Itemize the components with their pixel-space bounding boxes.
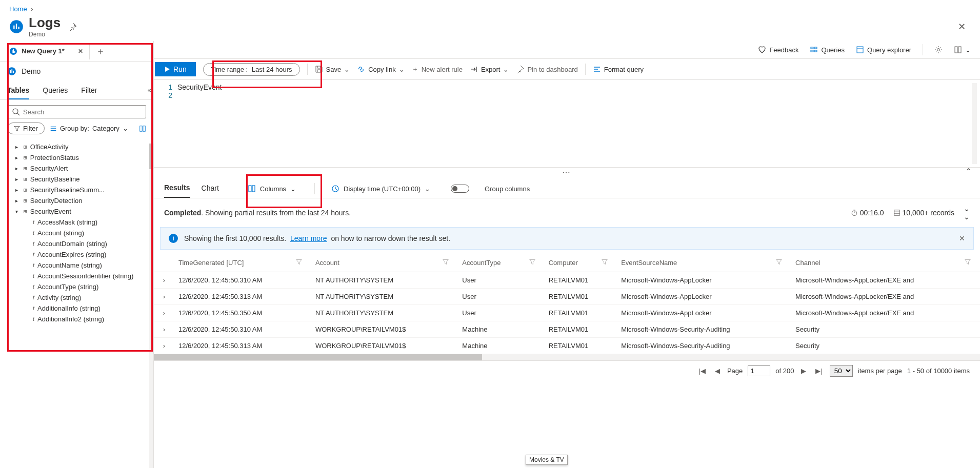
expand-row-button[interactable]: › [154,305,174,321]
group-columns-toggle[interactable] [451,185,469,193]
tab-filter[interactable]: Filter [81,81,97,99]
table-row[interactable]: › 12/6/2020, 12:45:50.310 AM NT AUTHORIT… [154,272,980,289]
tree-field-item[interactable]: tAccountExpires (string) [3,249,153,260]
display-time-button[interactable]: Display time (UTC+00:00) ⌄ [331,185,430,193]
column-header[interactable]: Computer [545,254,617,272]
results-grid: TimeGenerated [UTC]AccountAccountTypeCom… [154,254,980,468]
tree-field-item[interactable]: tAccessMask (string) [3,217,153,228]
tree-table-item[interactable]: ▸⊞SecurityDetection [3,195,153,206]
expand-row-button[interactable]: › [154,338,174,354]
prev-page-button[interactable]: ◀ [713,367,722,375]
chevron-down-icon: ⌄ [965,46,971,54]
splitter-handle[interactable]: ⋯ [562,168,572,177]
filter-icon[interactable] [602,259,608,265]
expand-row-button[interactable]: › [154,289,174,305]
expand-row-button[interactable]: › [154,321,174,338]
scope-label: Demo [22,67,41,75]
expand-row-button[interactable]: › [154,272,174,289]
tree-field-item[interactable]: tAdditionalInfo (string) [3,303,153,314]
copy-link-button[interactable]: Copy link ⌄ [357,65,404,73]
tree-field-item[interactable]: tAdditionalInfo2 (string) [3,314,153,324]
tree-table-item[interactable]: ▸⊞ProtectionStatus [3,152,153,163]
learn-more-link[interactable]: Learn more [290,234,327,242]
table-row[interactable]: › 12/6/2020, 12:45:50.313 AM WORKGROUP\R… [154,338,980,354]
column-header[interactable]: TimeGenerated [UTC] [174,254,311,272]
column-header[interactable]: EventSourceName [617,254,791,272]
pin-dashboard-button[interactable]: Pin to dashboard [516,65,577,73]
items-per-page-select[interactable]: 50 [830,365,853,377]
tree-field-item[interactable]: tAccount (string) [3,228,153,238]
close-tab-button[interactable]: ✕ [78,48,83,55]
editor-code[interactable]: SecurityEvent [177,83,972,164]
group-by-selector[interactable]: Group by: Category ⌄ [50,125,128,132]
search-input[interactable] [23,108,142,116]
table-row[interactable]: › 12/6/2020, 12:45:50.350 AM NT AUTHORIT… [154,305,980,321]
new-tab-button[interactable]: ＋ [90,45,111,57]
expand-results-button[interactable]: ⌄⌄ [964,205,970,221]
svg-point-12 [13,109,18,114]
columns-button[interactable]: Columns ⌄ [241,181,303,196]
collapse-sidebar-button[interactable]: « [148,86,151,94]
scope-selector[interactable]: Demo [0,62,153,81]
horizontal-scrollbar[interactable] [154,354,980,360]
svg-rect-37 [894,210,899,216]
tree-field-item[interactable]: tAccountName (string) [3,260,153,271]
run-button[interactable]: Run [155,62,196,76]
tree-field-item[interactable]: tActivity (string) [3,292,153,303]
column-header[interactable]: AccountType [458,254,544,272]
filter-icon[interactable] [529,259,535,265]
new-alert-button[interactable]: ＋ New alert rule [412,65,463,74]
tree-table-item[interactable]: ▸⊞SecurityBaseline [3,174,153,185]
column-header[interactable]: Account [311,254,458,272]
tab-tables[interactable]: Tables [7,81,29,99]
editor-minimap[interactable] [972,83,977,164]
search-box[interactable] [7,105,146,118]
query-editor[interactable]: 12 SecurityEvent [154,80,980,167]
tree-table-item[interactable]: ▾⊞SecurityEvent [3,206,153,217]
page-input[interactable] [748,365,770,376]
breadcrumb-home[interactable]: Home [9,5,27,13]
filter-button[interactable]: Filter [7,123,45,134]
tree-table-item[interactable]: ▸⊞SecurityBaselineSumm... [3,185,153,195]
sidebar-scrollbar[interactable] [149,144,153,468]
page-range: 1 - 50 of 10000 items [907,367,970,375]
tree-field-item[interactable]: tAccountType (string) [3,281,153,292]
tab-queries[interactable]: Queries [43,81,68,99]
tree-table-item[interactable]: ▸⊞OfficeActivity [3,141,153,152]
table-row[interactable]: › 12/6/2020, 12:45:50.313 AM NT AUTHORIT… [154,289,980,305]
tree-field-item[interactable]: tAccountSessionIdentifier (string) [3,271,153,281]
save-button[interactable]: Save ⌄ [315,65,350,73]
tab-chart[interactable]: Chart [202,180,219,197]
filter-icon[interactable] [776,259,782,265]
layout-button[interactable]: ⌄ [954,46,971,54]
next-page-button[interactable]: ▶ [799,367,808,375]
pin-icon[interactable] [69,23,77,31]
columns-icon [248,185,256,193]
first-page-button[interactable]: |◀ [697,367,708,375]
tab-results[interactable]: Results [164,179,190,198]
dismiss-banner-button[interactable]: ✕ [959,234,965,242]
close-blade-button[interactable]: ✕ [958,21,966,32]
panel-splitter[interactable]: ⋯ ⌃ [154,167,980,175]
format-query-button[interactable]: Format query [593,65,644,73]
filter-icon[interactable] [296,259,302,265]
caret-right-icon: ▸ [15,155,21,160]
filter-icon[interactable] [965,259,971,265]
table-row[interactable]: › 12/6/2020, 12:45:50.310 AM WORKGROUP\R… [154,321,980,338]
collapse-tree-button[interactable] [139,125,146,132]
column-header[interactable]: Channel [791,254,980,272]
queries-button[interactable]: Queries [810,46,845,54]
filter-icon[interactable] [443,259,449,265]
last-page-button[interactable]: ▶| [813,367,824,375]
time-range-button[interactable]: Time range : Last 24 hours [203,63,300,76]
export-button[interactable]: Export ⌄ [470,65,509,73]
query-explorer-button[interactable]: Query explorer [856,46,911,54]
settings-button[interactable] [934,46,943,54]
cell-account-type: Machine [458,321,544,338]
tree-field-item[interactable]: tAccountDomain (string) [3,238,153,249]
scroll-up-button[interactable]: ⌃ [965,167,974,176]
group-by-prefix: Group by: [60,125,89,132]
tree-table-item[interactable]: ▸⊞SecurityAlert [3,163,153,174]
feedback-button[interactable]: Feedback [758,46,798,54]
query-tab[interactable]: New Query 1* ✕ [3,43,90,59]
